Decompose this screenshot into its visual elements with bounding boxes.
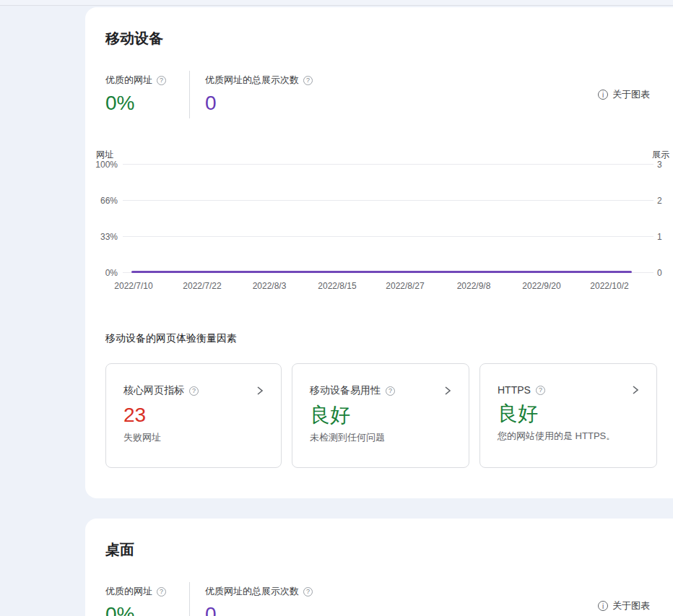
- chevron-right-icon: [255, 385, 265, 396]
- help-icon[interactable]: ?: [189, 386, 199, 396]
- right-axis-tick: 0: [657, 268, 662, 278]
- help-icon[interactable]: ?: [157, 587, 166, 597]
- good-impressions-stat: 优质网址的总展示次数 ? 0: [205, 585, 313, 616]
- good-urls-label: 优质的网址: [105, 74, 152, 87]
- help-icon[interactable]: ?: [386, 386, 395, 396]
- https-card[interactable]: HTTPS ? 良好 您的网站使用的是 HTTPS。: [479, 363, 657, 468]
- info-icon: i: [598, 90, 608, 100]
- chevron-right-icon: [630, 384, 641, 396]
- help-icon[interactable]: ?: [303, 76, 313, 85]
- about-chart-label: 关于图表: [612, 599, 650, 612]
- https-title: HTTPS: [498, 384, 531, 396]
- mobile-usability-card[interactable]: 移动设备易用性 ? 良好 未检测到任何问题: [292, 363, 469, 468]
- good-urls-stat: 优质的网址 ? 0%: [105, 74, 166, 115]
- good-urls-value: 0%: [105, 603, 166, 616]
- core-web-vitals-subtitle: 失败网址: [123, 431, 265, 444]
- toolbar-bottom-edge: [0, 0, 673, 6]
- about-chart-label: 关于图表: [612, 88, 650, 101]
- help-icon[interactable]: ?: [536, 386, 545, 395]
- about-chart-link[interactable]: i 关于图表: [598, 88, 650, 101]
- good-urls-value: 0%: [105, 92, 166, 115]
- x-axis-label: 2022/8/27: [386, 281, 424, 291]
- gridline: [123, 200, 654, 201]
- desktop-title: 桌面: [105, 540, 134, 559]
- core-web-vitals-card[interactable]: 核心网页指标 ? 23 失败网址: [105, 363, 282, 468]
- x-axis-label: 2022/8/3: [253, 281, 287, 291]
- x-axis-label: 2022/8/15: [318, 281, 356, 291]
- desktop-card: 桌面 优质的网址 ? 0% 优质网址的总展示次数 ? 0 i 关于图表: [85, 519, 673, 616]
- good-urls-series-line: [131, 271, 632, 273]
- gridline: [123, 236, 654, 237]
- mobile-devices-card: 移动设备 优质的网址 ? 0% 优质网址的总展示次数 ? 0 i 关于图表 网址…: [85, 7, 673, 498]
- mobile-usability-subtitle: 未检测到任何问题: [310, 431, 453, 444]
- help-icon[interactable]: ?: [157, 76, 166, 85]
- good-impressions-value: 0: [205, 92, 313, 115]
- x-axis-label: 2022/9/8: [457, 281, 491, 291]
- right-axis-tick: 1: [657, 232, 662, 242]
- help-icon[interactable]: ?: [303, 587, 313, 597]
- x-axis-label: 2022/10/2: [590, 281, 628, 291]
- left-axis-tick: 33%: [85, 232, 118, 242]
- left-axis-tick: 66%: [85, 196, 118, 206]
- good-urls-label: 优质的网址: [105, 585, 152, 598]
- mobile-usability-title: 移动设备易用性: [310, 384, 381, 397]
- x-axis-label: 2022/9/20: [522, 281, 560, 291]
- core-web-vitals-value: 23: [123, 403, 265, 428]
- https-subtitle: 您的网站使用的是 HTTPS。: [498, 430, 641, 443]
- x-axis-label: 2022/7/22: [183, 281, 221, 291]
- right-axis-tick: 3: [657, 160, 662, 170]
- gridline: [123, 164, 654, 165]
- info-icon: i: [598, 601, 608, 611]
- good-impressions-value: 0: [205, 603, 313, 616]
- mobile-usability-value: 良好: [310, 403, 453, 428]
- left-axis-tick: 100%: [85, 160, 118, 170]
- stat-divider: [189, 71, 190, 118]
- good-impressions-label: 优质网址的总展示次数: [205, 585, 299, 598]
- x-axis-label: 2022/7/10: [114, 281, 152, 291]
- https-value: 良好: [498, 402, 641, 426]
- core-web-vitals-title: 核心网页指标: [123, 384, 184, 397]
- about-chart-link[interactable]: i 关于图表: [598, 599, 650, 612]
- good-urls-stat: 优质的网址 ? 0%: [105, 585, 166, 616]
- chevron-right-icon: [443, 385, 453, 396]
- good-impressions-label: 优质网址的总展示次数: [205, 74, 299, 87]
- right-axis-tick: 2: [657, 196, 662, 206]
- stat-divider: [189, 582, 190, 616]
- page-title: 移动设备: [105, 29, 163, 48]
- left-axis-tick: 0%: [85, 268, 118, 278]
- factors-heading: 移动设备的网页体验衡量因素: [105, 332, 237, 345]
- good-impressions-stat: 优质网址的总展示次数 ? 0: [205, 74, 313, 115]
